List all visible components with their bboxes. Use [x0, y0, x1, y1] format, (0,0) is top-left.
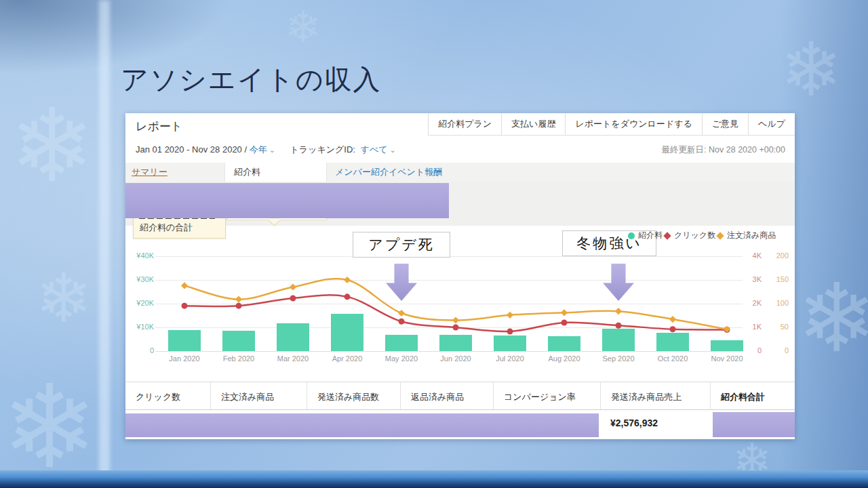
point-クリック数 — [561, 320, 568, 326]
legend-item-注文済み商品[interactable]: 注文済み商品 — [717, 230, 776, 241]
point-注文済み商品 — [669, 316, 676, 323]
y-axis-label-orders: 150 — [766, 275, 789, 283]
snowflake-icon: ❄ — [780, 33, 842, 107]
legend-label: 注文済み商品 — [727, 230, 776, 241]
point-クリック数 — [399, 319, 405, 325]
table-header-コンバージョン率: コンバージョン率 — [493, 382, 600, 410]
legend-dot-icon — [628, 232, 635, 239]
point-クリック数 — [236, 303, 242, 309]
redaction-bar-table — [125, 413, 599, 437]
point-クリック数 — [182, 303, 188, 309]
point-クリック数 — [344, 293, 351, 300]
point-注文済み商品 — [235, 296, 242, 303]
snowflake-icon: ❄ — [35, 264, 92, 332]
summary-table: ¥2,576,932 クリック数注文済み商品発送済み商品数返品済み商品コンバージ… — [125, 382, 795, 439]
point-クリック数 — [453, 325, 459, 331]
snowflake-icon: ❄ — [1, 369, 98, 485]
y-axis-label-orders: 200 — [766, 251, 789, 260]
table-header-紹介料合計: 紹介料合計 — [710, 382, 795, 410]
point-クリック数 — [507, 328, 513, 334]
annotation-text: アプデ死 — [368, 235, 434, 254]
point-注文済み商品 — [724, 326, 730, 333]
slide-bottom-band — [0, 470, 868, 488]
y-axis-label-orders: 100 — [766, 299, 789, 307]
table-header-返品済み商品: 返品済み商品 — [400, 382, 493, 410]
point-クリック数 — [290, 295, 296, 301]
table-header-発送済み商品売上: 発送済み商品売上 — [600, 382, 710, 410]
point-注文済み商品 — [398, 310, 405, 317]
legend-diamond-icon — [716, 232, 724, 239]
point-注文済み商品 — [181, 282, 188, 289]
legend-item-紹介料[interactable]: 紹介料 — [628, 230, 663, 241]
point-注文済み商品 — [290, 283, 296, 290]
point-注文済み商品 — [615, 308, 622, 314]
chart-lines — [125, 242, 763, 363]
point-注文済み商品 — [344, 277, 351, 283]
legend-item-クリック数[interactable]: クリック数 — [665, 230, 715, 241]
point-注文済み商品 — [452, 317, 459, 323]
y-axis-label-orders: 50 — [766, 323, 789, 331]
legend-label: 紹介料 — [638, 230, 663, 241]
shipped-revenue-value: ¥2,576,932 — [610, 418, 658, 428]
legend-diamond-icon — [663, 232, 671, 239]
background-light-strip — [99, 0, 110, 488]
point-クリック数 — [616, 323, 622, 329]
associates-report-panel: レポート 紹介料プラン支払い履歴レポートをダウンロードするご意見ヘルプ Jan … — [125, 113, 795, 439]
earnings-chart: ¥40K¥30K¥20K¥10K04K3K2K1K0200150100500Ja… — [125, 113, 795, 384]
point-注文済み商品 — [561, 309, 568, 316]
table-header-発送済み商品数: 発送済み商品数 — [307, 382, 400, 410]
y-axis-label-orders: 0 — [766, 346, 789, 354]
redaction-bar-top — [125, 183, 449, 218]
slide-title: アソシエイトの収入 — [121, 61, 382, 98]
snowflake-icon: ❄ — [9, 95, 95, 197]
annotation-box-update: アプデ死 — [353, 232, 450, 258]
snowflake-icon: ❄ — [285, 5, 321, 49]
point-注文済み商品 — [507, 312, 513, 319]
table-header-クリック数: クリック数 — [125, 382, 210, 410]
redaction-bar-total — [713, 412, 795, 437]
tooltip-total-label: 紹介料の合計 — [140, 222, 193, 234]
table-header-注文済み商品: 注文済み商品 — [210, 382, 307, 410]
point-クリック数 — [670, 326, 676, 332]
legend-label: クリック数 — [674, 230, 715, 241]
snowflake-icon: ❄ — [797, 271, 868, 366]
